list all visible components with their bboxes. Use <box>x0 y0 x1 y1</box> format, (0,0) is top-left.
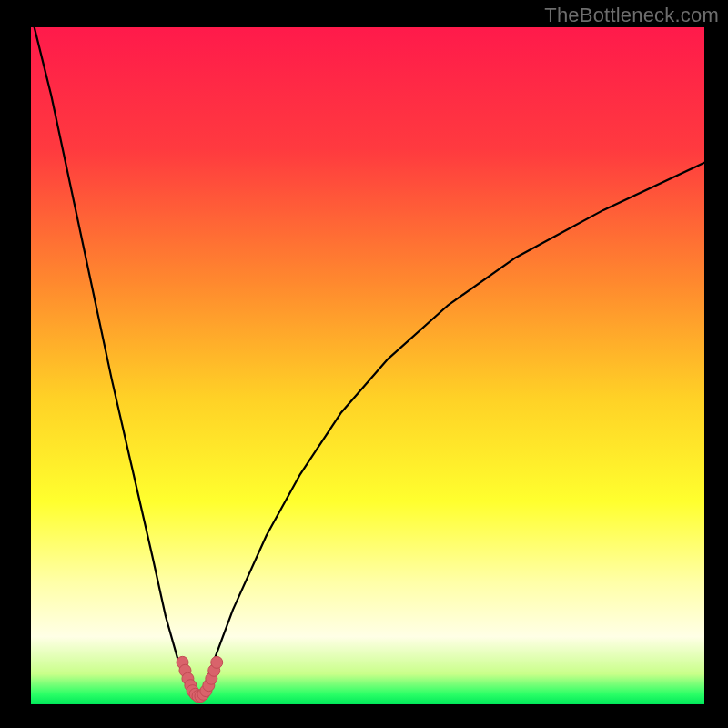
bottleneck-chart <box>0 0 728 728</box>
chart-frame: TheBottleneck.com <box>0 0 728 728</box>
watermark-text: TheBottleneck.com <box>544 4 719 27</box>
trough-marker <box>211 656 223 668</box>
plot-background <box>31 27 704 704</box>
